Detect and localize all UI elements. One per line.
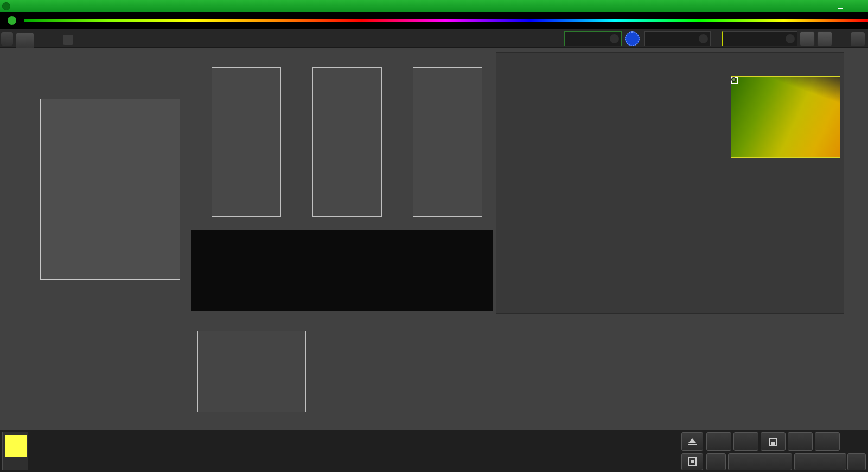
eject-button[interactable] — [681, 432, 703, 451]
current-patch-tile — [2, 432, 28, 470]
nav-handle-button[interactable] — [1, 32, 13, 46]
source-dropdown[interactable] — [644, 31, 711, 46]
save-button[interactable] — [761, 432, 786, 451]
meter-status-badge[interactable] — [625, 31, 640, 46]
refresh-button[interactable] — [815, 432, 840, 451]
y-axis-labels — [193, 67, 209, 217]
deltal-chart — [193, 59, 290, 229]
y-axis-labels — [179, 331, 196, 412]
expand-panel-button[interactable] — [851, 32, 865, 46]
y-axis-labels — [294, 67, 310, 217]
save-icon — [769, 438, 777, 446]
back-button[interactable] — [728, 453, 792, 470]
next-fast-button[interactable] — [847, 453, 866, 470]
x-axis-labels — [40, 282, 180, 290]
saturation-swatch-strip — [191, 230, 493, 311]
logo-bar — [0, 12, 868, 29]
y-axis-labels — [21, 99, 38, 280]
cie-1931-chart — [496, 52, 844, 314]
deltah-chart — [394, 59, 491, 229]
pattern-window-icon-inner — [691, 460, 694, 463]
logo-dropdown-button[interactable] — [8, 16, 16, 25]
back-fast-button[interactable] — [706, 453, 726, 470]
maximize-icon — [838, 4, 843, 9]
next-button[interactable] — [794, 453, 846, 470]
pattern-window-button[interactable] — [681, 453, 703, 470]
app-icon — [2, 2, 10, 10]
rainbow-strip — [24, 19, 868, 22]
current-patch-color — [5, 435, 27, 457]
rgb-balance-chart — [178, 321, 312, 431]
continuous-measure-button[interactable] — [788, 432, 813, 451]
add-tab-button[interactable] — [63, 35, 73, 45]
help-button[interactable] — [817, 31, 832, 46]
pattern-window-icon — [688, 457, 697, 466]
inset-measured-point — [731, 77, 736, 82]
save-icon-inner — [771, 442, 775, 445]
tab-history-1[interactable] — [16, 33, 34, 48]
minimize-button[interactable] — [815, 1, 831, 11]
y-axis-labels — [394, 67, 411, 217]
plot-area — [197, 331, 306, 412]
plot-area — [40, 99, 180, 280]
chevron-down-icon[interactable] — [610, 34, 619, 43]
plot-area — [413, 67, 482, 217]
eject-icon-bar — [688, 444, 697, 445]
cie-zoom-inset — [731, 76, 840, 158]
deltae2000-chart — [21, 89, 182, 308]
bottom-bar — [0, 430, 868, 472]
toolbar — [0, 29, 868, 48]
maximize-button[interactable] — [832, 1, 848, 11]
stop-button[interactable] — [706, 432, 731, 451]
chevron-down-icon[interactable] — [786, 34, 795, 43]
chevron-down-icon[interactable] — [699, 34, 708, 43]
display-control-dropdown[interactable] — [722, 31, 797, 46]
plot-area — [312, 67, 382, 217]
play-button[interactable] — [733, 432, 758, 451]
settings-button[interactable] — [800, 31, 815, 46]
titlebar — [0, 0, 868, 12]
deltac-chart — [294, 59, 391, 229]
plot-area — [212, 67, 281, 217]
close-button[interactable] — [850, 1, 866, 11]
meter-dropdown[interactable] — [564, 31, 622, 46]
eject-icon — [688, 438, 696, 443]
